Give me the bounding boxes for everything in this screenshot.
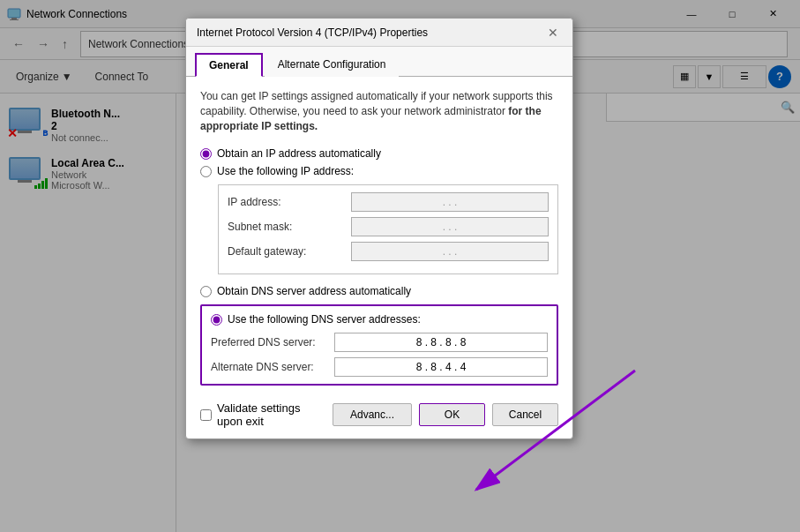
ip-address-row: IP address:	[228, 192, 549, 212]
manual-ip-radio[interactable]	[200, 166, 212, 177]
dialog-body: You can get IP settings assigned automat…	[186, 77, 572, 394]
auto-dns-option[interactable]: Obtain DNS server address automatically	[200, 285, 558, 297]
footer-left: Validate settings upon exit	[200, 401, 325, 428]
dialog-close-button[interactable]: ✕	[544, 24, 562, 41]
tab-alternate-label: Alternate Configuration	[278, 58, 386, 71]
footer-right: Advanc... OK Cancel	[333, 403, 558, 426]
manual-dns-label: Use the following DNS server addresses:	[228, 313, 421, 326]
alternate-dns-row: Alternate DNS server:	[211, 357, 548, 377]
validate-settings-checkbox[interactable]	[200, 409, 212, 421]
alternate-dns-input[interactable]	[334, 357, 548, 377]
manual-ip-label: Use the following IP address:	[217, 165, 354, 177]
tab-alternate-configuration[interactable]: Alternate Configuration	[265, 53, 400, 77]
alternate-dns-label: Alternate DNS server:	[211, 361, 334, 373]
ok-button[interactable]: OK	[419, 403, 485, 426]
preferred-dns-input[interactable]	[334, 333, 548, 352]
auto-dns-label: Obtain DNS server address automatically	[217, 285, 411, 297]
dialog-titlebar: Internet Protocol Version 4 (TCP/IPv4) P…	[186, 19, 572, 47]
auto-dns-radio[interactable]	[200, 286, 212, 297]
auto-ip-option[interactable]: Obtain an IP address automatically	[200, 147, 558, 160]
auto-ip-label: Obtain an IP address automatically	[217, 147, 381, 160]
subnet-mask-input[interactable]	[351, 217, 549, 236]
manual-dns-option[interactable]: Use the following DNS server addresses:	[211, 313, 548, 326]
subnet-mask-row: Subnet mask:	[228, 217, 549, 236]
default-gateway-label: Default gateway:	[228, 245, 351, 258]
ip-fields-group: IP address: Subnet mask: Default gateway…	[218, 184, 558, 274]
auto-ip-radio[interactable]	[200, 148, 212, 160]
dns-section-highlighted: Use the following DNS server addresses: …	[200, 304, 558, 386]
dialog-tabs: General Alternate Configuration	[186, 47, 572, 77]
dns-fields-group: Preferred DNS server: Alternate DNS serv…	[211, 333, 548, 377]
advanced-button[interactable]: Advanc...	[333, 403, 412, 426]
dns-radio-group: Obtain DNS server address automatically	[200, 285, 558, 297]
dialog-description: You can get IP settings assigned automat…	[200, 89, 558, 133]
dialog-footer: Validate settings upon exit Advanc... OK…	[186, 394, 572, 438]
tab-general-label: General	[209, 59, 249, 71]
tab-general[interactable]: General	[195, 53, 263, 77]
manual-ip-option[interactable]: Use the following IP address:	[200, 165, 558, 177]
preferred-dns-label: Preferred DNS server:	[211, 336, 334, 348]
dialog-title: Internet Protocol Version 4 (TCP/IPv4) P…	[197, 26, 544, 39]
validate-settings-label: Validate settings upon exit	[217, 401, 325, 428]
manual-dns-radio[interactable]	[211, 314, 222, 326]
cancel-button[interactable]: Cancel	[492, 403, 558, 426]
default-gateway-input[interactable]	[351, 242, 549, 261]
ip-address-label: IP address:	[228, 196, 351, 208]
tcp-ipv4-dialog: Internet Protocol Version 4 (TCP/IPv4) P…	[185, 18, 573, 439]
dns-manual-radio-row: Use the following DNS server addresses:	[211, 313, 548, 326]
preferred-dns-row: Preferred DNS server:	[211, 333, 548, 352]
subnet-mask-label: Subnet mask:	[228, 221, 351, 233]
default-gateway-row: Default gateway:	[228, 242, 549, 261]
ip-radio-group: Obtain an IP address automatically Use t…	[200, 147, 558, 177]
ip-address-input[interactable]	[351, 192, 549, 212]
